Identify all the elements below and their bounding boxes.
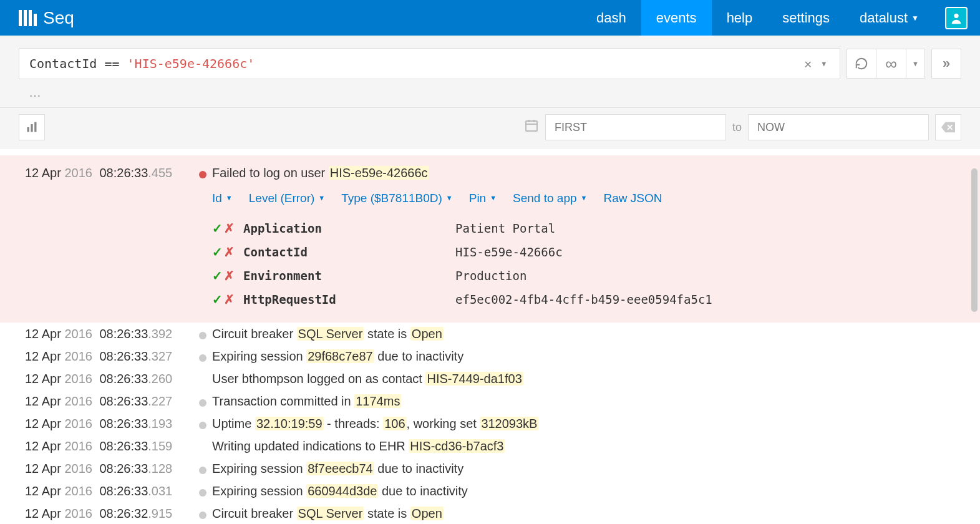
chevron-down-icon: ▼ (318, 193, 325, 204)
event-level-dot (193, 458, 212, 478)
event-row[interactable]: 12 Apr 2016 08:26:32.915Circuit breaker … (0, 502, 980, 524)
nav-events[interactable]: events (641, 0, 712, 36)
event-timestamp: 12 Apr 2016 08:26:33.128 (25, 458, 193, 478)
property-row: ✓✗HttpRequestIdef5ec002-4fb4-4cff-b459-e… (212, 288, 961, 311)
property-value: HIS-e59e-42666c (455, 243, 563, 261)
meta-pin[interactable]: Pin▼ (469, 189, 497, 208)
nav-datalust[interactable]: datalust▼ (845, 0, 934, 36)
meta-send[interactable]: Send to app▼ (513, 189, 587, 208)
event-level-dot (193, 503, 212, 523)
logo-icon (19, 10, 37, 26)
property-row: ✓✗EnvironmentProduction (212, 264, 961, 288)
exclude-icon[interactable]: ✗ (224, 266, 235, 286)
clear-query-icon[interactable]: ✕ (798, 56, 818, 71)
chart-toggle-button[interactable] (19, 114, 45, 140)
refresh-button[interactable] (847, 49, 876, 79)
scrollbar[interactable] (971, 168, 978, 312)
query-dropdown-icon[interactable]: ▼ (818, 60, 830, 68)
query-text: ContactId == 'HIS-e59e-42666c' (29, 56, 255, 71)
property-name: HttpRequestId (243, 290, 455, 309)
event-timestamp: 12 Apr 2016 08:26:33.260 (25, 369, 193, 389)
range-from-input[interactable] (545, 114, 726, 140)
backspace-icon (941, 122, 955, 133)
event-level-dot (193, 391, 212, 411)
property-name: Application (243, 219, 455, 238)
exclude-icon[interactable]: ✗ (224, 242, 235, 262)
event-row[interactable]: 12 Apr 2016 08:26:33.193Uptime 32.10:19:… (0, 412, 980, 435)
event-message: Writing updated indications to EHR HIS-c… (212, 436, 961, 456)
include-icon[interactable]: ✓ (212, 289, 223, 309)
events-list: 12 Apr 2016 08:26:33.455 Failed to log o… (0, 149, 980, 524)
event-timestamp: 12 Apr 2016 08:26:33.159 (25, 436, 193, 456)
infinity-icon: ∞ (885, 54, 897, 74)
nav-help[interactable]: help (712, 0, 768, 36)
chevrons-right-icon: » (943, 56, 950, 72)
event-message: Transaction committed in 1174ms (212, 391, 961, 411)
svg-rect-2 (31, 124, 32, 132)
include-icon[interactable]: ✓ (212, 266, 223, 286)
brand-text: Seq (43, 8, 74, 28)
event-timestamp: 12 Apr 2016 08:26:33.227 (25, 391, 193, 411)
include-icon[interactable]: ✓ (212, 242, 223, 262)
chevron-down-icon: ▼ (446, 193, 453, 204)
event-timestamp: 12 Apr 2016 08:26:33.193 (25, 414, 193, 434)
range-bar: to (0, 108, 980, 149)
event-level-dot (193, 324, 212, 344)
event-timestamp: 12 Apr 2016 08:26:33.031 (25, 481, 193, 501)
main-nav: dasheventshelpsettingsdatalust▼ (581, 0, 968, 36)
event-message: Circuit breaker SQL Server state is Open (212, 503, 961, 523)
meta-raw-json[interactable]: Raw JSON (603, 189, 662, 208)
nav-settings[interactable]: settings (767, 0, 845, 36)
event-row[interactable]: 12 Apr 2016 08:26:33.159Writing updated … (0, 435, 980, 457)
meta-type[interactable]: Type ($B7811B0D)▼ (341, 189, 452, 208)
svg-rect-1 (27, 127, 29, 132)
calendar-icon[interactable] (524, 118, 539, 137)
exclude-icon[interactable]: ✗ (224, 289, 235, 309)
autorefresh-button[interactable]: ∞ (876, 49, 906, 79)
bar-chart-icon (26, 121, 38, 133)
chevron-down-icon: ▼ (911, 14, 919, 22)
event-row-expanded[interactable]: 12 Apr 2016 08:26:33.455 Failed to log o… (0, 155, 980, 323)
event-message: Failed to log on user HIS-e59e-42666c (212, 163, 961, 183)
meta-id[interactable]: Id▼ (212, 189, 233, 208)
range-to-input[interactable] (748, 114, 929, 140)
query-input[interactable]: ContactId == 'HIS-e59e-42666c' ✕ ▼ (19, 48, 840, 79)
event-message: Circuit breaker SQL Server state is Open (212, 324, 961, 344)
svg-point-0 (954, 13, 958, 17)
event-row[interactable]: 12 Apr 2016 08:26:33.260User bthompson l… (0, 367, 980, 390)
event-timestamp: 12 Apr 2016 08:26:33.327 (25, 346, 193, 366)
event-level-dot (193, 481, 212, 501)
include-icon[interactable]: ✓ (212, 218, 223, 238)
more-filters[interactable]: … (19, 79, 961, 100)
app-header: Seq dasheventshelpsettingsdatalust▼ (0, 0, 980, 36)
event-properties: ✓✗ApplicationPatient Portal✓✗ContactIdHI… (212, 216, 961, 311)
event-message: User bthompson logged on as contact HIS-… (212, 369, 961, 389)
query-bar: ContactId == 'HIS-e59e-42666c' ✕ ▼ ∞ ▼ »… (0, 36, 980, 108)
event-meta-bar: Id▼ Level (Error)▼ Type ($B7811B0D)▼ Pin… (212, 189, 961, 208)
property-value: Patient Portal (455, 219, 555, 238)
event-row[interactable]: 12 Apr 2016 08:26:33.031Expiring session… (0, 480, 980, 502)
chevron-down-icon: ▼ (226, 193, 233, 204)
meta-level[interactable]: Level (Error)▼ (249, 189, 325, 208)
exclude-icon[interactable]: ✗ (224, 218, 235, 238)
refresh-icon (855, 57, 868, 70)
nav-dash[interactable]: dash (581, 0, 641, 36)
event-level-dot (193, 436, 212, 456)
event-level-dot (193, 163, 212, 183)
clear-range-button[interactable] (935, 114, 961, 140)
event-row[interactable]: 12 Apr 2016 08:26:33.327Expiring session… (0, 345, 980, 367)
logo[interactable]: Seq (19, 8, 74, 28)
refresh-dropdown[interactable]: ▼ (906, 49, 925, 79)
event-level-dot (193, 414, 212, 434)
user-avatar[interactable] (945, 7, 968, 29)
event-row[interactable]: 12 Apr 2016 08:26:33.128Expiring session… (0, 457, 980, 480)
property-row: ✓✗ContactIdHIS-e59e-42666c (212, 240, 961, 264)
event-level-dot (193, 346, 212, 366)
event-row[interactable]: 12 Apr 2016 08:26:33.227Transaction comm… (0, 390, 980, 412)
expand-panel-button[interactable]: » (931, 49, 961, 79)
event-timestamp: 12 Apr 2016 08:26:33.455 (25, 163, 193, 183)
event-row[interactable]: 12 Apr 2016 08:26:33.392Circuit breaker … (0, 323, 980, 345)
property-name: ContactId (243, 243, 455, 261)
chevron-down-icon: ▼ (581, 193, 588, 204)
property-value: Production (455, 266, 526, 285)
